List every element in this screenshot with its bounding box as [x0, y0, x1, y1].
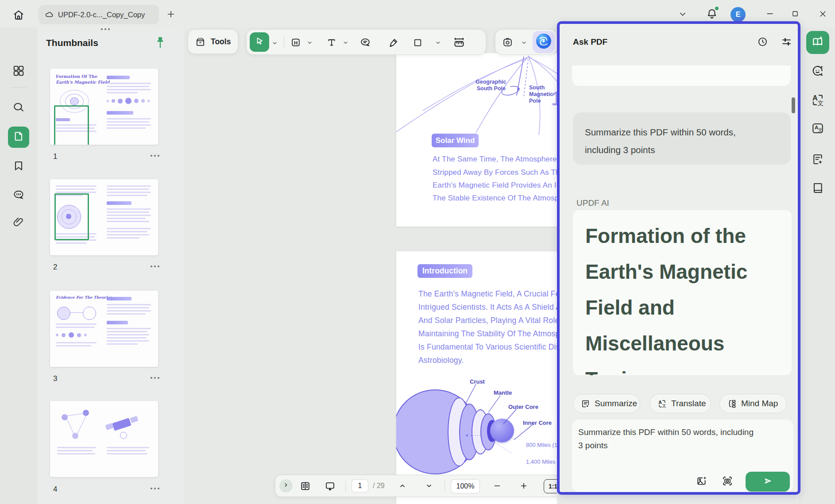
viewport-rect-page2[interactable]	[54, 193, 89, 240]
right-rail: A 文 A 文	[800, 27, 835, 504]
translate-page-rail-button[interactable]: A 文	[809, 120, 827, 138]
page-layout-button[interactable]	[298, 480, 312, 492]
page-number-input[interactable]	[352, 479, 368, 492]
close-button[interactable]	[816, 8, 829, 21]
attachments-rail-button[interactable]	[11, 215, 27, 231]
select-tool-button[interactable]	[250, 32, 269, 52]
presentation-button[interactable]	[323, 480, 336, 492]
notifications-button[interactable]	[705, 7, 719, 22]
capture-ai-toolbar	[495, 29, 557, 55]
ask-pdf-rail-button[interactable]	[806, 31, 829, 54]
pdf-page-2[interactable]: Introduction The Earth's Magnetic Field,…	[396, 251, 557, 504]
mind-map-chip[interactable]: Mind Map	[719, 394, 787, 413]
ai-response-card: Formation of the Earth's Magnetic Field …	[573, 210, 792, 375]
shape-tool-button[interactable]	[411, 36, 424, 49]
thumbnail-page-4[interactable]	[50, 401, 158, 477]
chat-scrollbar[interactable]	[792, 97, 795, 113]
bell-icon	[706, 8, 718, 22]
summarize-chip[interactable]: Summarize	[573, 394, 640, 413]
heading-tool-dropdown[interactable]	[305, 38, 313, 46]
measure-tool-button[interactable]	[452, 35, 466, 50]
translate-rail-button[interactable]: A 文	[809, 92, 827, 110]
pen-tool-button[interactable]	[387, 36, 400, 49]
thumbnail-page-2[interactable]	[50, 179, 158, 255]
send-button[interactable]	[746, 472, 790, 492]
pdf-page-1[interactable]: Geographic South Pole South Magnetic Pol…	[396, 53, 557, 227]
zoom-out-button[interactable]	[491, 481, 503, 491]
minimize-button[interactable]	[763, 8, 777, 21]
next-page-button[interactable]	[423, 481, 435, 491]
screenshot-dropdown[interactable]	[520, 38, 528, 46]
page-number-4: 4	[53, 485, 57, 494]
page-thumbnails-icon	[12, 130, 25, 144]
south-magnetic-pole-label: South Magnetic Pole	[529, 85, 553, 104]
maximize-button[interactable]	[789, 8, 802, 21]
attach-image-button[interactable]	[694, 475, 709, 489]
page-3-menu-button[interactable]	[151, 377, 159, 379]
user-message-bubble: Summarize this PDF within 50 words, incl…	[573, 112, 791, 165]
page-2-menu-button[interactable]	[151, 265, 159, 267]
viewport-rect-page1[interactable]	[54, 105, 89, 145]
ai-response-line: Formation of the	[585, 218, 792, 254]
comment-tool-button[interactable]	[359, 36, 372, 49]
page-4-menu-button[interactable]	[151, 488, 159, 489]
account-avatar[interactable]: E	[731, 7, 746, 22]
chat-input-box[interactable]: Summarize this PDF within 50 words, incl…	[572, 419, 793, 492]
text-tool-dropdown[interactable]	[341, 38, 349, 46]
bookmark-icon	[12, 159, 25, 174]
translate-boxed-icon: A 文	[811, 121, 825, 137]
previous-page-button[interactable]	[397, 481, 408, 491]
home-icon	[12, 8, 25, 23]
page-1-menu-button[interactable]	[151, 155, 159, 157]
page1-text-line: The Stable Existence Of The Atmosphere B	[433, 194, 557, 203]
thumbnails-rail-button[interactable]	[8, 127, 29, 148]
thumbnail-page-1[interactable]: Formation Of The Earth's Magnetic Field	[50, 69, 158, 145]
document-tab[interactable]: UPDF-2.0-c..._Copy_Copy	[39, 5, 159, 24]
thumb1-title-line2: Earth's Magnetic Field	[56, 80, 109, 85]
introduction-badge: Introduction	[418, 264, 472, 278]
shape-tool-dropdown[interactable]	[434, 38, 442, 46]
screenshot-to-chat-button[interactable]	[720, 475, 735, 489]
dictionary-rail-button[interactable]	[809, 180, 827, 198]
ai-settings-button[interactable]	[779, 35, 793, 50]
screenshot-tool-button[interactable]	[501, 36, 514, 48]
panels-grid-button[interactable]	[11, 64, 27, 80]
doc-sparkle-icon	[811, 152, 825, 168]
ai-assistant-button[interactable]	[533, 31, 555, 53]
page2-text-line: And Solar Particles, Playing A Vital Rol…	[418, 316, 557, 325]
page1-text-line: Stripped Away By Forces Such As The Sola	[433, 168, 557, 177]
text-tool-button[interactable]	[325, 36, 338, 49]
thumbnail-page-3[interactable]: Evidence For The Theories	[50, 291, 158, 367]
pin-panel-button[interactable]	[153, 35, 167, 51]
home-button[interactable]	[11, 8, 27, 24]
page2-text-line: Is Fundamental To Various Scientific Dis…	[418, 342, 557, 352]
actual-size-button[interactable]: 1:1	[544, 479, 557, 493]
translate-text-icon: A 文	[810, 92, 825, 109]
pin-icon	[154, 35, 166, 51]
panel-drag-handle[interactable]	[101, 28, 110, 30]
ai-swirl-icon	[535, 32, 553, 52]
page-navigation-bar: / 29 100% 1:1	[275, 475, 557, 497]
zoom-level-value[interactable]: 100%	[451, 479, 480, 493]
select-tool-dropdown[interactable]	[270, 38, 279, 47]
translate-chip[interactable]: A 文 Translate	[649, 394, 711, 413]
ai-response-line: Earth's Magnetic	[585, 254, 792, 290]
comments-icon	[12, 188, 25, 203]
expand-bar-button[interactable]	[279, 479, 293, 492]
search-rail-button[interactable]	[11, 100, 27, 116]
rail-divider	[11, 87, 27, 88]
heading-tool-button[interactable]: H	[290, 36, 302, 49]
history-button[interactable]	[755, 35, 769, 50]
collapse-tabs-button[interactable]	[677, 9, 689, 21]
tools-button[interactable]: Tools	[188, 29, 238, 54]
bookmarks-rail-button[interactable]	[11, 159, 27, 175]
ai-response-line: Field and	[585, 290, 792, 326]
page1-text-line: Earth's Magnetic Field Provides An Indis…	[433, 181, 557, 190]
summarize-rail-button[interactable]	[809, 151, 827, 169]
page1-big-number: 1	[551, 88, 557, 110]
clock-icon	[757, 36, 769, 50]
ai-chat-rail-button[interactable]	[809, 63, 827, 81]
comments-rail-button[interactable]	[11, 188, 27, 204]
zoom-in-button[interactable]	[518, 481, 530, 491]
new-tab-button[interactable]	[165, 9, 177, 21]
